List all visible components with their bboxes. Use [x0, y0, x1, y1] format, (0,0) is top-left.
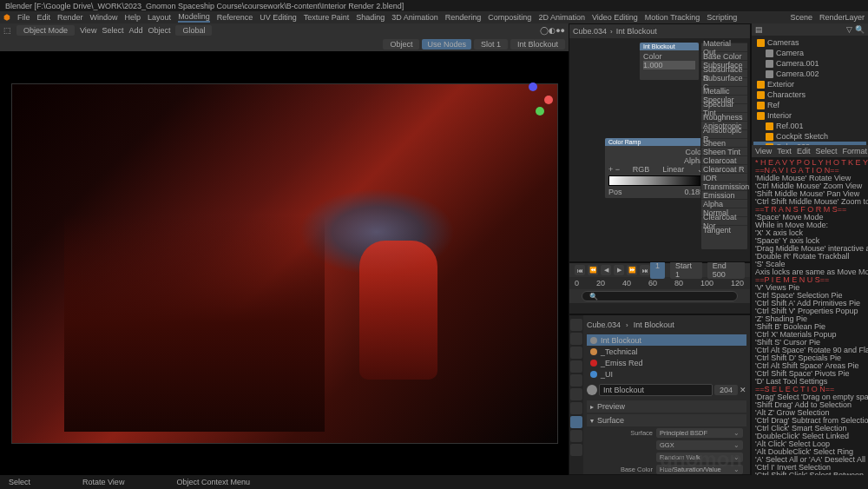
outliner-item[interactable]: Characters: [753, 89, 866, 100]
material-slot[interactable]: _Emiss Red: [587, 357, 746, 368]
te-select[interactable]: Select: [815, 148, 837, 155]
te-format[interactable]: Format: [842, 148, 867, 155]
material-users[interactable]: 204: [714, 385, 738, 395]
slot-select[interactable]: Slot 1: [474, 39, 508, 50]
outliner-item[interactable]: Cameras: [753, 37, 866, 48]
tab-video[interactable]: Video Editing: [592, 13, 638, 22]
play-icon[interactable]: ▶: [614, 265, 624, 275]
tab-2danim[interactable]: 2D Animation: [538, 13, 585, 22]
viewport-header: ⬚ Object Mode View Select Add Object Glo…: [0, 23, 569, 37]
node-principled[interactable]: Material OutBase ColorSubsurfaceSubsurfa…: [700, 42, 748, 250]
tab-texture[interactable]: Texture Paint: [304, 13, 350, 22]
search-input[interactable]: [582, 291, 738, 301]
menu-file[interactable]: File: [17, 13, 30, 22]
rendered-view: [11, 83, 558, 444]
tab-3danim[interactable]: 3D Animation: [391, 13, 438, 22]
orientation-select[interactable]: Global: [175, 25, 212, 36]
outliner-item[interactable]: Ref: [753, 100, 866, 110]
3d-viewport[interactable]: [0, 51, 569, 475]
mat-ball-icon: [587, 385, 597, 395]
surface-section[interactable]: ▾ Surface: [587, 414, 746, 426]
jump-end-icon[interactable]: ⏭: [640, 265, 650, 275]
mode-select[interactable]: Object Mode: [16, 25, 75, 36]
material-slot[interactable]: _UI: [587, 368, 746, 380]
tab-layout[interactable]: Layout: [148, 13, 171, 22]
surface-shader[interactable]: Principled BSDF: [656, 428, 743, 438]
node-color-ramp[interactable]: Color Ramp Color Alpha + −RGBLinear⌄ Pos…: [604, 137, 708, 199]
material-tab-icon[interactable]: [570, 416, 582, 428]
menu-help[interactable]: Help: [125, 13, 141, 22]
tab-scripting[interactable]: Scripting: [707, 13, 737, 22]
material-list[interactable]: Int Blockout_Technical_Emiss Red_UI: [587, 334, 746, 380]
current-frame[interactable]: 1: [650, 261, 665, 279]
tab-uv[interactable]: UV Editing: [260, 13, 297, 22]
playback-controls[interactable]: ⏮ ⏪ ◀ ▶ ⏩ ⏭: [575, 265, 650, 275]
watermark: gnomon: [660, 447, 742, 472]
outliner-item[interactable]: Camera.001: [753, 58, 866, 69]
tab-shading[interactable]: Shading: [356, 13, 385, 22]
te-edit[interactable]: Edit: [797, 148, 811, 155]
status-select: Select: [9, 478, 30, 486]
tab-compositing[interactable]: Compositing: [488, 13, 531, 22]
nav-gizmo[interactable]: [518, 83, 553, 117]
outliner-item[interactable]: Exterior: [753, 79, 866, 89]
tab-motion[interactable]: Motion Tracking: [645, 13, 700, 22]
vp-menu-view[interactable]: View: [80, 26, 96, 35]
menu-edit[interactable]: Edit: [37, 13, 51, 22]
prev-key-icon[interactable]: ⏪: [588, 265, 598, 275]
tab-modeling[interactable]: Modeling: [178, 12, 210, 23]
next-key-icon[interactable]: ⏩: [627, 265, 637, 275]
editor-type-icon[interactable]: ⬚: [3, 26, 11, 35]
text-editor[interactable]: View Text Edit Select Format Templates *…: [752, 145, 868, 475]
material-slot[interactable]: Int Blockout: [587, 334, 746, 346]
outliner-item[interactable]: Camera.002: [753, 69, 866, 79]
props-tabs[interactable]: [569, 315, 583, 474]
outliner-item[interactable]: Interior: [753, 110, 866, 121]
jump-start-icon[interactable]: ⏮: [575, 265, 585, 275]
preview-section[interactable]: ▸ Preview: [587, 400, 746, 413]
te-view[interactable]: View: [755, 148, 772, 155]
te-text[interactable]: Text: [777, 148, 792, 155]
unlink-icon[interactable]: ✕: [740, 386, 746, 394]
title-bar: Blender [F:\Google Drive\_WORK\2023_Gnom…: [0, 0, 868, 11]
timeline-track[interactable]: 020406080100120140160180: [569, 277, 750, 289]
mat-select[interactable]: Int Blockout: [510, 39, 565, 50]
material-name-field[interactable]: Int Blockout: [599, 384, 713, 396]
shader-obj[interactable]: Object: [383, 39, 419, 50]
color-ramp-bar[interactable]: [608, 175, 704, 186]
vp-menu-add[interactable]: Add: [128, 26, 142, 35]
end-frame[interactable]: End 500: [707, 261, 745, 279]
menu-window[interactable]: Window: [90, 13, 118, 22]
vp-menu-object[interactable]: Object: [148, 26, 170, 35]
status-rotate: Rotate View: [82, 478, 124, 486]
outliner[interactable]: ▤▽ 🔍 CamerasCameraCamera.001Camera.002Ex…: [752, 23, 868, 145]
main-menu[interactable]: ⬢ File Edit Render Window Help Layout Mo…: [0, 11, 868, 23]
vp-menu-select[interactable]: Select: [102, 26, 123, 35]
renderlayer-field[interactable]: RenderLayer: [819, 13, 865, 22]
status-context: Object Context Menu: [176, 478, 250, 486]
menu-render[interactable]: Render: [57, 13, 83, 22]
play-rev-icon[interactable]: ◀: [601, 265, 611, 275]
material-slot[interactable]: _Technical: [587, 346, 746, 357]
timeline[interactable]: ⏮ ⏪ ◀ ▶ ⏩ ⏭ 1 Start 1 End 500 0204060801…: [569, 262, 751, 314]
shading-buttons[interactable]: ◯◐●●: [540, 26, 565, 35]
blender-logo-icon: ⬢: [3, 13, 10, 22]
use-nodes-toggle[interactable]: Use Nodes: [422, 39, 471, 50]
outliner-item[interactable]: Cockpit Sketch: [753, 131, 866, 142]
tab-rendering[interactable]: Rendering: [445, 13, 482, 22]
node-editor[interactable]: Cube.034 › Int Blockout Int Blockout Col…: [569, 23, 751, 262]
filter-icon[interactable]: ▽ 🔍: [846, 25, 865, 34]
outliner-item[interactable]: Camera: [753, 48, 866, 58]
scene-field[interactable]: Scene: [790, 13, 812, 22]
outliner-item[interactable]: Ref.001: [753, 121, 866, 131]
node-small[interactable]: Int Blockout Color1.000: [639, 42, 700, 81]
status-bar: Select Rotate View Object Context Menu: [0, 475, 868, 489]
tab-reference[interactable]: Reference: [217, 13, 253, 22]
bc-obj[interactable]: Cube.034: [573, 27, 607, 36]
start-frame[interactable]: Start 1: [670, 261, 702, 279]
shader-header: Object Use Nodes Slot 1 Int Blockout: [0, 37, 569, 51]
bc-mat[interactable]: Int Blockout: [616, 27, 657, 36]
